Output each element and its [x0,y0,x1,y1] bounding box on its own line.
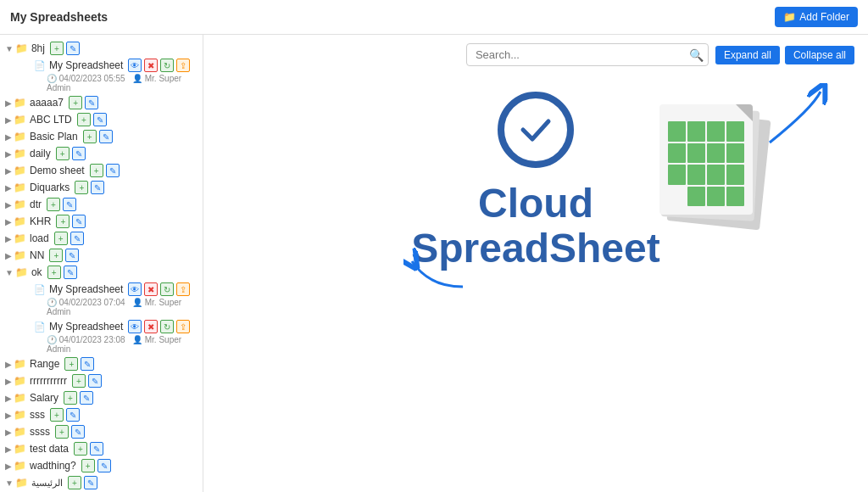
add-item-button[interactable]: + [55,425,69,439]
view-file-button[interactable]: 👁 [128,320,142,333]
add-item-button[interactable]: + [64,357,78,371]
edit-folder-button[interactable]: ✎ [99,130,113,143]
folder-item[interactable]: ▶📁dtr+✎ [0,196,203,213]
edit-folder-button[interactable]: ✎ [93,113,107,126]
edit-folder-button[interactable]: ✎ [66,42,80,55]
edit-folder-button[interactable]: ✎ [88,374,102,388]
expand-icon[interactable]: ▶ [5,115,12,125]
expand-icon[interactable]: ▶ [5,149,12,159]
expand-icon[interactable]: ▶ [5,394,12,403]
edit-folder-button[interactable]: ✎ [97,459,111,472]
file-item[interactable]: 📄My Spreadsheet👁✖↻⇪ [0,318,203,335]
folder-item[interactable]: ▼📁ok+✎ [0,264,203,281]
file-item[interactable]: 📄My Spreadsheet👁✖↻⇪ [0,281,203,298]
add-item-button[interactable]: + [81,459,95,472]
folder-item[interactable]: ▶📁wadthing?+✎ [0,457,203,474]
expand-icon[interactable]: ▶ [5,200,12,210]
edit-folder-button[interactable]: ✎ [72,215,86,228]
folder-item[interactable]: ▶📁NN+✎ [0,247,203,264]
expand-icon[interactable]: ▶ [5,444,12,454]
share-file-button[interactable]: ⇪ [176,282,190,296]
add-item-button[interactable]: + [54,232,68,245]
edit-folder-button[interactable]: ✎ [84,476,97,489]
expand-icon[interactable]: ▼ [5,268,14,277]
expand-icon[interactable]: ▶ [5,166,12,176]
folder-item[interactable]: ▶📁test data+✎ [0,440,203,457]
edit-folder-button[interactable]: ✎ [65,249,79,262]
edit-folder-button[interactable]: ✎ [71,425,85,439]
folder-item[interactable]: ▶📁Basic Plan+✎ [0,128,203,145]
folder-item[interactable]: ▼📁8hj+✎ [0,40,203,57]
add-item-button[interactable]: + [56,147,70,160]
expand-icon[interactable]: ▶ [5,234,12,243]
edit-folder-button[interactable]: ✎ [106,164,120,177]
search-input[interactable] [466,43,709,66]
refresh-file-button[interactable]: ↻ [160,320,174,333]
add-item-button[interactable]: + [68,476,81,489]
edit-folder-button[interactable]: ✎ [80,391,93,405]
edit-folder-button[interactable]: ✎ [91,181,104,194]
edit-folder-button[interactable]: ✎ [63,198,76,211]
expand-icon[interactable]: ▶ [5,217,12,226]
folder-item[interactable]: ▶📁Diquarks+✎ [0,179,203,196]
add-item-button[interactable]: + [56,215,70,228]
folder-item[interactable]: ▶📁daily+✎ [0,145,203,162]
add-item-button[interactable]: + [69,96,82,109]
folder-item[interactable]: ▶📁ABC LTD+✎ [0,111,203,128]
view-file-button[interactable]: 👁 [128,59,142,72]
folder-item[interactable]: ▶📁sss+✎ [0,406,203,423]
folder-item[interactable]: ▶📁Range+✎ [0,355,203,372]
edit-folder-button[interactable]: ✎ [81,357,94,371]
expand-all-button[interactable]: Expand all [715,46,780,64]
add-item-button[interactable]: + [75,181,88,194]
expand-icon[interactable]: ▶ [5,98,12,108]
folder-item[interactable]: ▼📁الرئيسية+✎ [0,474,203,491]
expand-icon[interactable]: ▶ [5,428,12,437]
expand-icon[interactable]: ▼ [5,44,14,53]
folder-item[interactable]: ▶📁ssss+✎ [0,423,203,440]
share-file-button[interactable]: ⇪ [176,320,190,333]
add-item-button[interactable]: + [50,42,64,55]
search-button[interactable]: 🔍 [689,48,704,62]
add-item-button[interactable]: + [49,249,63,262]
edit-folder-button[interactable]: ✎ [85,96,98,109]
collapse-all-button[interactable]: Collapse all [785,46,854,64]
add-item-button[interactable]: + [50,408,64,422]
file-item[interactable]: 📄My Spreadsheet👁✖↻⇪ [0,57,203,74]
delete-file-button[interactable]: ✖ [144,59,158,72]
folder-item[interactable]: ▶📁load+✎ [0,230,203,247]
add-item-button[interactable]: + [83,130,97,143]
edit-folder-button[interactable]: ✎ [66,408,80,422]
expand-icon[interactable]: ▶ [5,411,12,420]
expand-icon[interactable]: ▼ [5,478,14,488]
folder-item[interactable]: ▶📁KHR+✎ [0,213,203,230]
add-item-button[interactable]: + [47,198,60,211]
expand-icon[interactable]: ▶ [5,360,12,369]
edit-folder-button[interactable]: ✎ [72,147,86,160]
folder-item[interactable]: ▶📁Demo sheet+✎ [0,162,203,179]
add-item-button[interactable]: + [90,164,103,177]
add-folder-button[interactable]: 📁 Add Folder [775,7,858,27]
add-item-button[interactable]: + [64,391,77,405]
add-item-button[interactable]: + [47,266,61,279]
add-item-button[interactable]: + [74,442,87,456]
edit-folder-button[interactable]: ✎ [64,266,77,279]
edit-folder-button[interactable]: ✎ [90,442,103,456]
delete-file-button[interactable]: ✖ [144,320,158,333]
view-file-button[interactable]: 👁 [128,282,142,296]
refresh-file-button[interactable]: ↻ [160,282,174,296]
delete-file-button[interactable]: ✖ [144,282,158,296]
expand-icon[interactable]: ▶ [5,377,12,386]
refresh-file-button[interactable]: ↻ [160,59,174,72]
expand-icon[interactable]: ▶ [5,183,12,193]
folder-item[interactable]: ▶📁Salary+✎ [0,389,203,406]
folder-item[interactable]: ▶📁aaaaa7+✎ [0,94,203,111]
edit-folder-button[interactable]: ✎ [70,232,84,245]
expand-icon[interactable]: ▶ [5,132,12,142]
add-item-button[interactable]: + [72,374,86,388]
expand-icon[interactable]: ▶ [5,251,12,260]
expand-icon[interactable]: ▶ [5,461,12,471]
folder-item[interactable]: ▶📁rrrrrrrrrrr+✎ [0,372,203,389]
share-file-button[interactable]: ⇪ [176,59,190,72]
add-item-button[interactable]: + [77,113,91,126]
